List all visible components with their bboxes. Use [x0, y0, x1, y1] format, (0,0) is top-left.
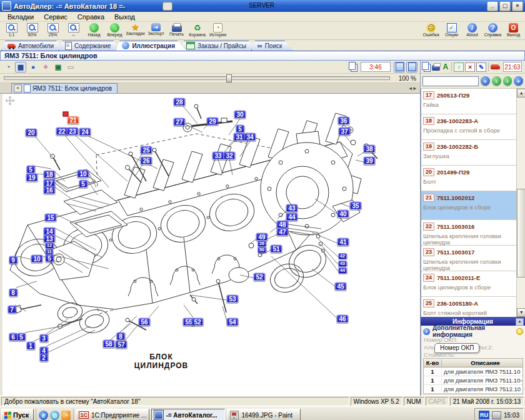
tab-содержание[interactable]: Содержание — [59, 41, 122, 51]
callout-35[interactable]: 35 — [349, 202, 361, 210]
zoom-slider-thumb[interactable] — [226, 74, 232, 82]
callout-5[interactable]: 5 — [45, 254, 54, 262]
zoom-100-button[interactable]: 1:1 — [1, 22, 22, 39]
edit-button[interactable]: ✎ — [476, 62, 486, 72]
parts-scrollbar[interactable]: ▲ ▼ — [516, 89, 525, 317]
callout-1[interactable]: 1 — [26, 342, 35, 350]
tab-scroll-arrows[interactable]: ◂ ▸ — [409, 85, 416, 91]
callout-26[interactable]: 26 — [140, 157, 152, 165]
callout-34[interactable]: 34 — [244, 133, 256, 141]
callout-29[interactable]: 29 — [206, 118, 218, 126]
callout-10[interactable]: 10 — [31, 255, 42, 263]
forward-button[interactable]: →Вперед — [104, 22, 125, 39]
task-button-2[interactable]: -= АвтоКаталог... — [151, 409, 225, 420]
start-button[interactable]: Пуск — [1, 409, 34, 420]
callout-58[interactable]: 58 — [102, 340, 114, 348]
callout-18[interactable]: 18 — [43, 171, 55, 179]
scroll-down-icon[interactable]: ▼ — [517, 308, 525, 317]
callout-5[interactable]: 5 — [17, 333, 26, 341]
history-button[interactable]: ◔История — [208, 22, 228, 39]
callout-7[interactable]: 7 — [8, 306, 16, 314]
drawing-canvas[interactable]: 2821272920222324305313436373839252633325… — [0, 94, 420, 396]
callout-10[interactable]: 10 — [77, 170, 89, 178]
callout-49[interactable]: 49 — [256, 233, 268, 241]
callout-43[interactable]: 43 — [286, 204, 298, 212]
callout-38[interactable]: 38 — [363, 145, 375, 153]
callout-39[interactable]: 39 — [363, 157, 375, 165]
usage-row[interactable]: 1для двигателя ЯМЗ 7511.10-06 — [424, 376, 523, 385]
callout-40[interactable]: 40 — [337, 210, 349, 218]
tab-заказы-прайсы[interactable]: Заказы / Прайсы — [180, 41, 258, 51]
options-button[interactable]: ✓Опции — [441, 22, 462, 39]
menu-item-3[interactable]: Справка — [73, 13, 109, 21]
document-tab[interactable]: × ЯМЗ 7511: Блок цилиндров — [11, 83, 118, 93]
callout-25[interactable]: 25 — [140, 146, 152, 154]
callout-33[interactable]: 33 — [212, 152, 224, 160]
callout-26[interactable]: 26 — [258, 241, 266, 247]
callout-45[interactable]: 45 — [334, 282, 346, 291]
part-row-17[interactable]: 17250513-П29Гайка — [421, 89, 516, 114]
menu-item-4[interactable]: Выход — [110, 13, 139, 21]
callout-2[interactable]: 2 — [39, 354, 48, 362]
catalog-tree-button[interactable]: А — [441, 62, 449, 72]
language-indicator[interactable]: RU — [479, 411, 489, 419]
pan-mode-button[interactable]: ◔ — [2, 62, 14, 72]
favorites-button[interactable]: ✶ — [40, 62, 51, 72]
task-button-1[interactable]: 1С1С:Предприятие ... — [76, 409, 149, 420]
scrollbar-thumb[interactable] — [517, 189, 525, 278]
tab-поиск[interactable]: ∞Поиск — [251, 41, 294, 51]
menu-item-1[interactable]: Вкладки — [3, 13, 38, 21]
callout-47[interactable]: 47 — [276, 228, 288, 236]
basket-button[interactable]: ♻Корзина — [187, 22, 208, 39]
menu-item-2[interactable]: Сервис — [39, 13, 72, 21]
add-to-order-button[interactable]: ↑ — [454, 62, 464, 72]
callout-27[interactable]: 27 — [173, 118, 185, 126]
nav-last-button[interactable]: » — [514, 76, 523, 86]
callout-43[interactable]: 43 — [338, 261, 347, 267]
tab-иллюстрация[interactable]: Иллюстрация — [116, 41, 186, 51]
exit-button[interactable]: OВыход — [503, 22, 524, 39]
delete-button[interactable]: × — [465, 62, 475, 72]
callout-37[interactable]: 37 — [338, 128, 350, 136]
vehicle-button[interactable] — [491, 62, 500, 72]
usage-row[interactable]: 1для двигателя ЯМЗ 7512.10 — [424, 385, 523, 394]
tray-device-icon[interactable] — [492, 411, 501, 419]
callout-52[interactable]: 52 — [253, 273, 265, 281]
messenger-icon[interactable]: ◍ — [50, 411, 59, 420]
callout-44[interactable]: 44 — [286, 213, 298, 221]
part-row-22[interactable]: 227511.1003016Шпилька крепления головки … — [421, 220, 516, 246]
part-row-25[interactable]: 25236-1005180-АБолт стяжной короткий — [421, 297, 516, 317]
back-button[interactable]: ←Назад — [84, 22, 104, 39]
error-button[interactable]: ☹Ошибка — [421, 22, 441, 39]
desc-header[interactable]: Описание — [442, 359, 523, 366]
info-collapse-icon[interactable]: ▲ — [516, 318, 524, 326]
callout-56[interactable]: 56 — [138, 318, 150, 326]
callout-50[interactable]: 50 — [258, 247, 266, 253]
qty-header[interactable]: К-во — [424, 359, 442, 366]
callout-42[interactable]: 42 — [338, 253, 347, 259]
close-doc-icon[interactable]: × — [14, 84, 22, 92]
callout-5[interactable]: 5 — [236, 125, 244, 133]
callout-30[interactable]: 30 — [234, 111, 246, 119]
part-row-23[interactable]: 237511.1003017Шпилька крепления головки … — [421, 246, 516, 271]
callout-46[interactable]: 46 — [336, 315, 348, 323]
copy-list-button[interactable] — [422, 62, 431, 72]
copy-page-icon[interactable] — [349, 62, 356, 70]
bookmarks-button[interactable]: ★Закладки — [125, 22, 146, 39]
usage-row[interactable]: 1для двигателя ЯМЗ 7511.10 — [424, 368, 523, 376]
close-button[interactable]: × — [512, 1, 523, 11]
print-button[interactable]: Печать — [166, 22, 187, 39]
nav-prev-button[interactable]: ‹ — [492, 76, 501, 86]
callout-52[interactable]: 52 — [191, 318, 203, 326]
callout-23[interactable]: 23 — [66, 128, 78, 136]
minimize-button[interactable]: _ — [487, 1, 498, 11]
help-button[interactable]: ?Справка — [482, 22, 503, 39]
callout-53[interactable]: 53 — [226, 295, 238, 303]
callout-8[interactable]: 8 — [116, 332, 125, 341]
scroll-up-icon[interactable]: ▲ — [517, 89, 525, 98]
prev-illustration-button[interactable] — [394, 62, 405, 72]
task-button-3[interactable]: 16499.JPG - Paint — [227, 409, 301, 420]
part-row-19[interactable]: 19236-1002282-БЗаглушка — [421, 140, 516, 166]
search-input[interactable] — [422, 76, 479, 86]
callout-51[interactable]: 51 — [270, 245, 282, 253]
